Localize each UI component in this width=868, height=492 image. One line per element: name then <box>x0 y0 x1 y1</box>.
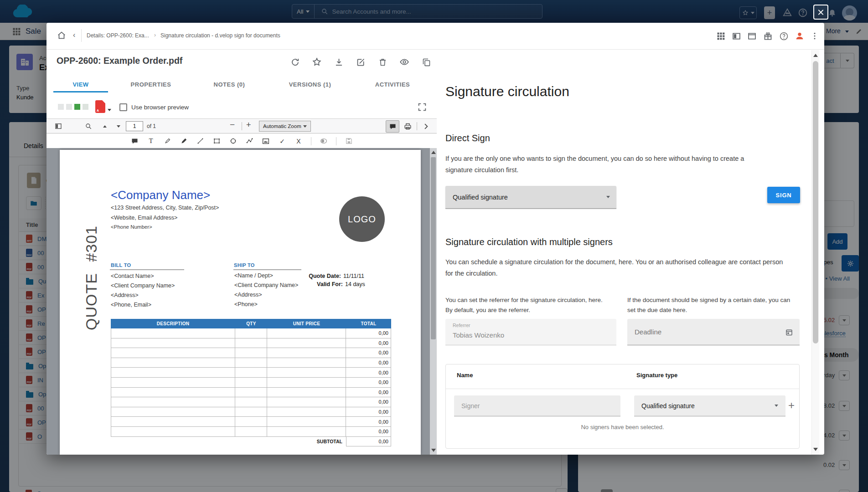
browser-preview-label: Use browser preview <box>131 104 189 111</box>
pdf-format-icon[interactable]: A <box>95 100 105 113</box>
fill-toggle-icon[interactable] <box>320 137 328 145</box>
line-tool-icon[interactable] <box>196 137 204 145</box>
calendar-icon[interactable] <box>785 328 793 336</box>
page-number-input[interactable]: 1 <box>126 121 143 131</box>
no-signers-message: No signers have been selected. <box>446 424 799 430</box>
print-icon[interactable] <box>403 122 412 131</box>
name-column-header: Name <box>457 372 473 379</box>
tab-versions-1[interactable]: VERSIONS (1) <box>289 77 331 91</box>
whats-new-gift-icon[interactable] <box>762 31 773 41</box>
valid-for-label: Valid For: <box>293 281 343 287</box>
stamp-image-tool-icon[interactable] <box>262 137 270 145</box>
quote-date-label: Quote Date: <box>293 273 341 279</box>
type-column-header: Signature type <box>636 372 677 379</box>
status-square-green <box>74 104 80 110</box>
breadcrumb-item-current: Signature circulation - d.velop sign for… <box>160 32 280 39</box>
help-circle-icon[interactable] <box>778 31 789 41</box>
comments-toggle-icon[interactable] <box>386 120 399 133</box>
quote-table-row: 0,00 <box>111 388 391 398</box>
signers-table: Name Signature type Signer Qualified sig… <box>445 364 800 449</box>
circulation-heading: Signature circulation with multiple sign… <box>445 237 613 247</box>
previous-page-icon[interactable] <box>100 122 109 131</box>
bill-to-line: <Contact Name> <box>111 273 154 279</box>
refresh-icon[interactable] <box>289 56 300 67</box>
status-square <box>58 104 64 110</box>
document-title: OPP-2600: Example Order.pdf <box>57 56 182 66</box>
window-layout-icon[interactable] <box>746 31 757 41</box>
viewer-scrollbar[interactable] <box>430 148 437 455</box>
tab-notes-0[interactable]: NOTES (0) <box>214 77 245 91</box>
subtotal-row: SUBTOTAL 0,00 <box>111 437 391 446</box>
ship-to-line: <Address> <box>234 292 262 298</box>
apps-grid-icon[interactable] <box>715 31 726 41</box>
delete-trash-icon[interactable] <box>377 56 388 67</box>
signer-type-select[interactable]: Qualified signature <box>634 395 785 416</box>
format-dropdown-icon[interactable] <box>108 109 111 111</box>
comment-tool-icon[interactable] <box>130 137 139 145</box>
add-signer-plus-icon[interactable]: + <box>788 400 795 411</box>
approve-check-tool-icon[interactable]: ✓ <box>278 137 286 145</box>
address-line: <Phone Number> <box>111 224 152 230</box>
text-tool-icon[interactable]: T <box>147 137 155 145</box>
deadline-placeholder: Deadline <box>635 328 661 336</box>
quote-table-row: 0,00 <box>111 417 391 427</box>
annotation-toolbar: T ✓ X <box>46 134 437 148</box>
polyline-tool-icon[interactable] <box>245 137 253 145</box>
sign-button[interactable]: SIGN <box>767 187 800 203</box>
ship-to-line: <Phone> <box>234 301 258 308</box>
layout-columns-icon[interactable] <box>731 31 742 41</box>
ship-to-line: <Name / Dept> <box>234 272 273 279</box>
zoom-out-icon[interactable]: − <box>230 120 235 130</box>
quote-table-header: DESCRIPTION QTY UNIT PRICE TOTAL <box>111 319 391 328</box>
quote-table: DESCRIPTION QTY UNIT PRICE TOTAL 0,000,0… <box>111 319 391 446</box>
signer-input[interactable]: Signer <box>454 395 620 416</box>
pen-tool-icon[interactable] <box>180 137 188 145</box>
direct-sign-type-select[interactable]: Qualified signature <box>445 186 616 209</box>
deadline-field[interactable]: Deadline <box>627 319 800 345</box>
quote-table-row: 0,00 <box>111 328 391 338</box>
find-in-document-icon[interactable] <box>84 122 93 131</box>
tab-view[interactable]: VIEW <box>72 77 88 91</box>
zoom-level-select[interactable]: Automatic Zoom <box>259 121 311 132</box>
direct-sign-description: If you are the only one who wants to sig… <box>445 153 767 176</box>
favorite-star-icon[interactable] <box>311 56 322 67</box>
browser-preview-checkbox[interactable] <box>119 103 127 111</box>
valid-for-value: 14 days <box>345 281 365 287</box>
highlighter-tool-icon[interactable] <box>163 137 171 145</box>
panel-scrollbar[interactable] <box>811 50 819 455</box>
back-chevron-icon[interactable]: ‹ <box>73 31 75 39</box>
sidebar-toggle-icon[interactable] <box>54 122 63 131</box>
copy-icon[interactable] <box>421 56 432 67</box>
company-name-placeholder: <Company Name> <box>111 188 210 202</box>
referrer-hint: You can set the referrer for the signatu… <box>445 295 609 315</box>
preview-eye-icon[interactable] <box>399 56 410 67</box>
quote-table-row: 0,00 <box>111 427 391 437</box>
breadcrumb-chevron-icon: › <box>154 32 156 38</box>
modal-close-button[interactable] <box>813 5 828 20</box>
ellipse-tool-icon[interactable] <box>229 137 237 145</box>
ship-to-label: SHIP TO <box>234 262 255 268</box>
rectangle-tool-icon[interactable] <box>212 137 221 145</box>
zoom-in-icon[interactable]: + <box>246 120 251 130</box>
fullscreen-icon[interactable] <box>417 102 427 112</box>
deadline-hint: If the document should be signed by a ce… <box>627 295 796 315</box>
reject-cross-tool-icon[interactable]: X <box>294 137 303 145</box>
expand-toolbar-chevron-icon[interactable] <box>421 122 430 131</box>
edit-icon[interactable] <box>355 56 366 67</box>
breadcrumb-item[interactable]: Details: OPP-2600: Exa... <box>87 32 149 39</box>
quote-side-label: QUOTE #301 <box>83 230 103 330</box>
quote-table-row: 0,00 <box>111 378 391 388</box>
quote-table-row: 0,00 <box>111 338 391 348</box>
quote-table-row: 0,00 <box>111 358 391 368</box>
download-icon[interactable] <box>333 56 344 67</box>
more-options-dots-icon[interactable] <box>809 31 820 41</box>
save-annotations-icon <box>345 137 353 145</box>
home-icon[interactable] <box>57 31 67 41</box>
tab-properties[interactable]: PROPERTIES <box>131 77 171 91</box>
quote-table-row: 0,00 <box>111 407 391 417</box>
tab-activities[interactable]: ACTIVITIES <box>375 77 410 91</box>
dvelop-sign-modal: ‹ Details: OPP-2600: Exa... › Signature … <box>46 23 824 455</box>
next-page-icon[interactable] <box>114 122 123 131</box>
user-profile-icon[interactable] <box>794 31 805 41</box>
quote-date-value: 11/11/11 <box>343 273 364 279</box>
